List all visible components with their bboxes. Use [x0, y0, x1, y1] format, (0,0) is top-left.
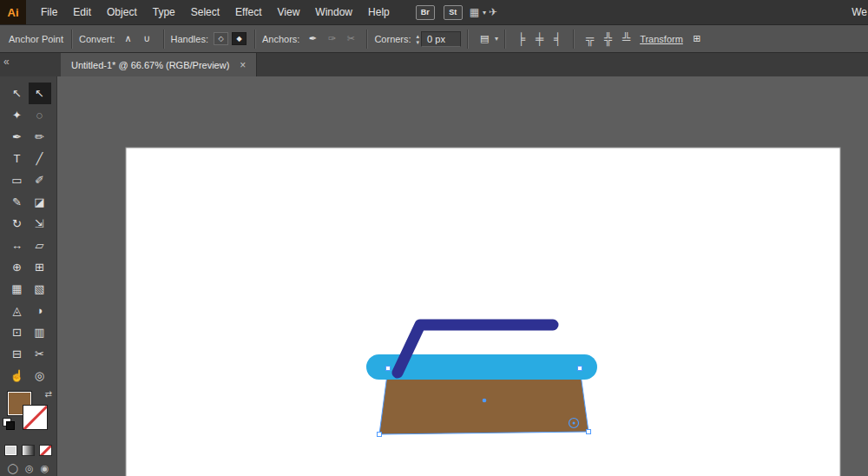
- menu-select[interactable]: Select: [183, 0, 227, 24]
- close-icon[interactable]: ×: [240, 59, 246, 71]
- rectangle-tool[interactable]: ▭: [6, 169, 29, 191]
- stock-button[interactable]: St: [444, 5, 463, 20]
- stepper-up-icon[interactable]: ▴: [417, 33, 420, 39]
- separator: [467, 30, 469, 49]
- perspective-grid-tool[interactable]: ⊞: [29, 256, 51, 278]
- lasso-tool[interactable]: ◌: [29, 104, 51, 126]
- convert-to-corner-icon[interactable]: ∧: [121, 32, 136, 46]
- control-bar: Anchor Point Convert: ∧∪ Handles: ◇◆ Anc…: [0, 24, 868, 53]
- menu-object[interactable]: Object: [99, 0, 145, 24]
- draw-normal-icon[interactable]: ◯: [8, 463, 18, 473]
- center-point[interactable]: [483, 399, 487, 403]
- anchor-point[interactable]: [578, 367, 582, 371]
- line-segment-tool[interactable]: ╱: [29, 148, 51, 169]
- stepper-down-icon[interactable]: ▾: [417, 39, 420, 45]
- horizontal-align-group: ╞╪╡: [512, 32, 567, 46]
- rotate-tool[interactable]: ↻: [6, 213, 29, 235]
- menu-bar: Ai FileEditObjectTypeSelectEffectViewWin…: [0, 0, 868, 24]
- gpu-performance-icon[interactable]: ✈: [489, 6, 497, 18]
- separator: [366, 30, 368, 49]
- hand-tool[interactable]: ☝: [6, 365, 29, 387]
- anchor-point[interactable]: [386, 367, 391, 371]
- gradient-button[interactable]: [22, 445, 35, 456]
- hide-handles-icon[interactable]: ◆: [232, 32, 247, 45]
- paintbrush-tool[interactable]: ✐: [29, 169, 51, 191]
- arrange-documents-icon[interactable]: ▦: [470, 6, 479, 18]
- align-right-icon[interactable]: ╡: [551, 32, 564, 46]
- free-transform-tool[interactable]: ▱: [29, 235, 51, 256]
- menu-help[interactable]: Help: [360, 0, 398, 24]
- transform-link[interactable]: Transform: [640, 34, 683, 44]
- symbol-sprayer-tool[interactable]: ⊡: [6, 321, 29, 343]
- selection-tool[interactable]: ↖: [6, 83, 29, 104]
- corners-value-input[interactable]: 0 px: [421, 31, 461, 47]
- none-button[interactable]: [39, 445, 52, 456]
- main-area: ↖↖✦◌✒✏T╱▭✐✎◪↻⇲↔▱⊕⊞▦▧◬◑⊡▥⊟✂☝◎ ⇄ ◯◎◉: [0, 76, 868, 476]
- remove-anchor-icon[interactable]: ✒: [305, 32, 320, 46]
- curvature-tool[interactable]: ✏: [29, 126, 51, 148]
- free-transform-widget-icon[interactable]: ⊞: [689, 32, 705, 46]
- eyedropper-tool[interactable]: ◬: [6, 300, 29, 321]
- menu-view[interactable]: View: [270, 0, 308, 24]
- document-tab[interactable]: Untitled-1* @ 66.67% (RGB/Preview) ×: [61, 53, 257, 76]
- convert-label: Convert:: [79, 34, 115, 44]
- menu-effect[interactable]: Effect: [227, 0, 269, 24]
- handles-label: Handles:: [171, 34, 208, 44]
- zoom-tool[interactable]: ◎: [29, 365, 51, 387]
- convert-icons-group: ∧∪: [119, 32, 157, 46]
- slice-tool[interactable]: ✂: [29, 343, 51, 365]
- none-slash-icon: [23, 406, 48, 430]
- bridge-button[interactable]: Br: [416, 5, 435, 20]
- show-handles-icon[interactable]: ◇: [214, 32, 228, 45]
- mesh-tool[interactable]: ▦: [6, 278, 29, 300]
- shaper-tool[interactable]: ✎: [6, 191, 29, 213]
- artwork-canvas: [57, 76, 868, 476]
- convert-to-smooth-icon[interactable]: ∪: [140, 32, 155, 46]
- direct-selection-tool[interactable]: ↖: [29, 83, 51, 104]
- stroke-swatch-none[interactable]: [23, 405, 48, 430]
- menu-type[interactable]: Type: [145, 0, 183, 24]
- width-tool[interactable]: ↔: [6, 235, 29, 256]
- pen-tool[interactable]: ✒: [6, 126, 29, 148]
- column-graph-tool[interactable]: ▥: [29, 321, 51, 343]
- chevron-down-icon[interactable]: ▾: [483, 9, 486, 17]
- connect-anchors-icon[interactable]: ✑: [324, 32, 339, 46]
- menu-items: FileEditObjectTypeSelectEffectViewWindow…: [33, 0, 398, 24]
- corners-stepper[interactable]: ▴ ▾: [417, 33, 420, 45]
- separator: [163, 30, 165, 49]
- draw-inside-icon[interactable]: ◉: [41, 463, 49, 473]
- draw-behind-icon[interactable]: ◎: [25, 463, 34, 473]
- gradient-tool[interactable]: ▧: [29, 278, 51, 300]
- artboard-tool[interactable]: ⊟: [6, 343, 29, 365]
- align-top-icon[interactable]: ╦: [583, 32, 596, 46]
- chevron-down-icon[interactable]: ▾: [495, 35, 498, 43]
- swap-fill-stroke-icon[interactable]: ⇄: [45, 389, 52, 399]
- handles-icons-group: ◇◆: [212, 32, 248, 45]
- tools-grid: ↖↖✦◌✒✏T╱▭✐✎◪↻⇲↔▱⊕⊞▦▧◬◑⊡▥⊟✂☝◎: [6, 83, 51, 387]
- align-middle-icon[interactable]: ╬: [602, 32, 615, 46]
- anchors-icons-group: ✒✑✂: [303, 32, 360, 46]
- type-tool[interactable]: T: [6, 148, 29, 169]
- canvas[interactable]: [57, 76, 868, 476]
- anchor-point[interactable]: [378, 433, 382, 437]
- color-button[interactable]: [4, 445, 17, 456]
- blend-tool[interactable]: ◑: [29, 300, 51, 321]
- cut-path-icon[interactable]: ✂: [343, 32, 358, 46]
- paint-style-buttons: [4, 445, 52, 456]
- collapse-panels-icon[interactable]: «: [3, 56, 10, 68]
- workspace-switcher[interactable]: We: [852, 6, 868, 18]
- menu-window[interactable]: Window: [307, 0, 360, 24]
- eraser-tool[interactable]: ◪: [29, 191, 51, 213]
- isolate-object-icon[interactable]: ▤: [477, 32, 492, 46]
- separator: [573, 30, 575, 49]
- shape-builder-tool[interactable]: ⊕: [6, 256, 29, 278]
- scale-tool[interactable]: ⇲: [29, 213, 51, 235]
- align-bottom-icon[interactable]: ╩: [620, 32, 633, 46]
- magic-wand-tool[interactable]: ✦: [6, 104, 29, 126]
- menu-file[interactable]: File: [33, 0, 65, 24]
- default-swatches-icon[interactable]: [3, 418, 15, 430]
- anchor-point[interactable]: [587, 430, 591, 434]
- align-center-icon[interactable]: ╪: [533, 32, 546, 46]
- menu-edit[interactable]: Edit: [65, 0, 99, 24]
- align-left-icon[interactable]: ╞: [515, 32, 528, 46]
